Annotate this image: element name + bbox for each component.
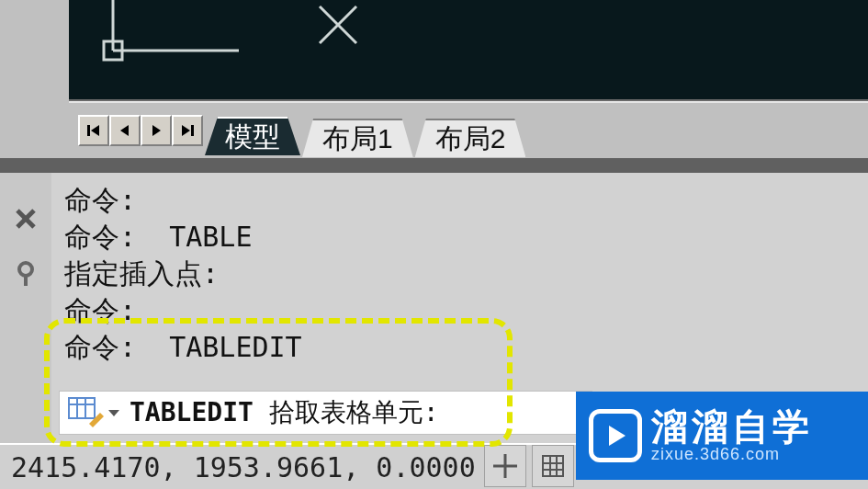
svg-rect-23 [543,456,563,476]
svg-marker-20 [108,410,119,416]
svg-marker-6 [91,125,99,136]
crosshair-cursor [315,2,370,57]
tab-layout2[interactable]: 布局2 [415,119,526,157]
command-icon [65,394,106,431]
command-recent-dropdown[interactable] [106,394,122,431]
watermark-badge: 溜溜自学 zixue.3d66.com [576,392,868,480]
watermark-subtitle: zixue.3d66.com [651,445,813,464]
command-input-row[interactable]: TABLEDIT 拾取表格单元: [59,391,592,435]
svg-marker-8 [152,125,161,136]
command-prompt: 拾取表格单元: [254,397,439,427]
close-command-button[interactable] [7,200,44,237]
svg-rect-10 [191,125,194,136]
svg-rect-5 [87,125,90,136]
coordinates-readout: 2415.4170, 1953.9661, 0.0000 [11,451,476,483]
svg-marker-9 [182,125,190,136]
tab-nav-first[interactable] [78,115,109,146]
play-icon [589,409,642,462]
history-line: 命令: [64,292,855,329]
ucs-icon [87,5,253,69]
options-button[interactable] [7,256,44,292]
drawing-viewport[interactable] [69,0,868,101]
history-line: 命令: TABLEDIT [64,329,855,366]
command-name: TABLEDIT [130,397,254,427]
history-line: 命令: TABLE [64,219,855,256]
svg-marker-7 [120,125,129,136]
tab-nav-next[interactable] [141,115,172,146]
svg-rect-15 [69,398,95,418]
command-rail [0,173,51,443]
status-tool-snap[interactable] [484,445,526,487]
command-input-text[interactable]: TABLEDIT 拾取表格单元: [122,395,439,430]
svg-point-13 [19,263,32,276]
svg-marker-28 [609,426,626,446]
layout-tabs-row: 模型 布局1 布局2 [69,101,868,158]
tab-model[interactable]: 模型 [205,117,300,155]
tab-layout1[interactable]: 布局1 [302,119,413,157]
tab-nav-prev[interactable] [109,115,141,146]
tab-nav-last[interactable] [172,115,203,146]
status-tool-grid[interactable] [532,445,574,487]
watermark-title: 溜溜自学 [651,408,813,445]
history-line: 指定插入点: [64,256,855,292]
history-line: 命令: [64,182,855,219]
